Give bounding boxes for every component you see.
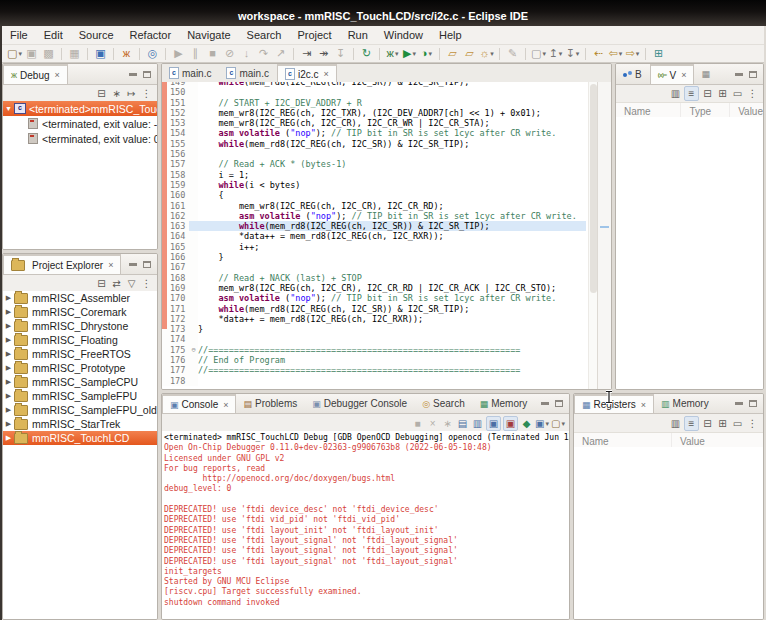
close-icon[interactable]: × <box>681 70 686 80</box>
code-line[interactable]: 166 } <box>162 252 586 262</box>
remove-all-terminated-icon[interactable]: ∗ <box>110 87 123 100</box>
show-type-names-icon[interactable]: ▥ <box>669 87 682 100</box>
filter-icon[interactable]: ▽ <box>125 277 138 290</box>
project-item-mmrisc_samplefpu_old[interactable]: ▶mmRISC_SampleFPU_old <box>3 403 157 417</box>
show-stderr-icon[interactable]: ▣ <box>503 416 518 431</box>
menu-run[interactable]: Run <box>340 28 376 42</box>
minimize-icon[interactable] <box>735 73 743 76</box>
code-line[interactable]: 172 *data++ = mem_rd8(I2C_REG(ch, I2C_RX… <box>162 314 586 324</box>
tab-expressions[interactable]: ▦ <box>694 64 718 84</box>
debug-launch-row[interactable]: ▼c<terminated>mmRISC_TouchLCD <box>3 101 157 116</box>
code-editor[interactable]: 149 while(mem_rd8(I2C_REG(ch, I2C_SR)) &… <box>162 82 611 389</box>
maximize-icon[interactable] <box>555 400 563 407</box>
view-menu-icon[interactable]: ⋮ <box>746 87 759 100</box>
editor-tab-main-c[interactable]: cmain.c <box>162 64 219 82</box>
code-line[interactable]: 150 <box>162 87 586 97</box>
tab-search[interactable]: ◎Search <box>415 394 473 413</box>
code-line[interactable]: 163 while(mem_rd8(I2C_REG(ch, I2C_SR)) &… <box>162 221 586 231</box>
code-line[interactable]: 153 mem_wr8(I2C_REG(ch, I2C_CR), I2C_CR_… <box>162 118 586 128</box>
open-perspective-icon[interactable]: ⊞ <box>651 46 666 61</box>
tab-variables[interactable]: (x)=V× <box>650 64 695 84</box>
code-line[interactable]: 161 mem_wr8(I2C_REG(ch, I2C_CR), I2C_CR_… <box>162 201 586 211</box>
code-line[interactable]: 176// End of Program <box>162 355 586 365</box>
minimize-icon[interactable] <box>129 263 137 266</box>
close-icon[interactable]: × <box>323 69 328 79</box>
maximize-icon[interactable] <box>143 71 151 78</box>
maximize-icon[interactable] <box>749 71 757 78</box>
code-line[interactable]: 167 <box>162 262 586 272</box>
tab-debugger-console[interactable]: ▣Debugger Console <box>305 394 415 413</box>
tab-console[interactable]: ▣Console× <box>162 394 236 413</box>
flashlight-search-icon[interactable]: ☼▾ <box>479 46 494 61</box>
collapse-all-icon[interactable]: ⊟ <box>701 87 714 100</box>
code-line[interactable]: 177//===================================… <box>162 365 586 375</box>
menu-file[interactable]: File <box>2 28 36 42</box>
project-item-mmrisc_floating[interactable]: ▶mmRISC_Floating <box>3 333 157 347</box>
menu-source[interactable]: Source <box>71 28 122 42</box>
code-line[interactable]: 156 <box>162 149 586 159</box>
last-edit-location-icon[interactable]: ⇠ <box>591 46 606 61</box>
project-item-mmrisc_samplecpu[interactable]: ▶mmRISC_SampleCPU <box>3 375 157 389</box>
code-line[interactable]: 159 while(i < bytes) <box>162 180 586 190</box>
prev-annotation-icon[interactable]: ↥▾ <box>548 46 563 61</box>
toggle-content-icon[interactable]: ≡ <box>684 416 699 431</box>
code-line[interactable]: 175⊖//==================================… <box>162 345 586 355</box>
close-icon[interactable]: × <box>641 400 646 410</box>
view-menu-icon[interactable]: ⋮ <box>140 277 153 290</box>
run-as-icon[interactable]: ▶▾ <box>402 46 417 61</box>
code-line[interactable]: 168 // Read + NACK (last) + STOP <box>162 273 586 283</box>
scroll-lock-icon[interactable]: ▥ <box>471 417 484 430</box>
restart-bug-icon[interactable]: ж <box>119 46 134 61</box>
code-line[interactable]: 160 { <box>162 190 586 200</box>
editor-tab-main-c[interactable]: cmain.c <box>219 64 276 82</box>
new-view-icon[interactable]: ⊞ <box>716 417 729 430</box>
project-item-mmrisc_prototype[interactable]: ▶mmRISC_Prototype <box>3 361 157 375</box>
code-line[interactable]: 169 mem_wr8(I2C_REG(ch, I2C_CR), I2C_CR_… <box>162 283 586 293</box>
project-item-mmrisc_freertos[interactable]: ▶mmRISC_FreeRTOS <box>3 347 157 361</box>
pin-console-icon[interactable]: ◆ <box>520 417 533 430</box>
pin-view-icon[interactable]: ▭ <box>731 87 744 100</box>
code-line[interactable]: 170 asm volatile ("nop"); // TIP bit in … <box>162 293 586 303</box>
code-line[interactable]: 173} <box>162 324 586 334</box>
view-menu-icon[interactable]: ⋮ <box>140 87 153 100</box>
view-menu-icon[interactable]: ⋮ <box>746 417 759 430</box>
open-element-icon[interactable]: ▱ <box>445 46 460 61</box>
close-icon[interactable]: × <box>55 70 60 80</box>
code-line[interactable]: 155 while(mem_rd8(I2C_REG(ch, I2C_SR)) &… <box>162 139 586 149</box>
code-line[interactable]: 165 i++; <box>162 242 586 252</box>
maximize-icon[interactable] <box>143 261 151 268</box>
maximize-icon[interactable] <box>749 400 757 407</box>
collapse-all-icon[interactable]: ⊟ <box>701 417 714 430</box>
show-columns-icon[interactable]: ▥ <box>669 417 682 430</box>
project-item-mmrisc_startrek[interactable]: ▶mmRISC_StarTrek <box>3 417 157 431</box>
back-icon[interactable]: ⇦▾ <box>608 46 623 61</box>
menu-search[interactable]: Search <box>239 28 290 42</box>
tab-project-explorer[interactable]: Project Explorer × <box>3 254 121 274</box>
show-full-paths-icon[interactable]: ↦ <box>125 87 138 100</box>
project-item-mmrisc_dhrystone[interactable]: ▶mmRISC_Dhrystone <box>3 319 157 333</box>
debug-as-icon[interactable]: ж▾ <box>385 46 400 61</box>
minimize-icon[interactable] <box>541 402 549 405</box>
tab-memory[interactable]: ▥Memory <box>654 394 717 413</box>
tab-registers[interactable]: ▦Registers× <box>574 394 654 413</box>
menu-navigate[interactable]: Navigate <box>179 28 238 42</box>
code-line[interactable]: 157 // Read + ACK * (bytes-1) <box>162 159 586 169</box>
display-console-icon[interactable]: ▣▾ <box>535 417 549 430</box>
tab-breakpoints[interactable]: B <box>616 64 650 84</box>
show-logical-structures-icon[interactable]: ≡ <box>684 86 699 101</box>
debug-process-row[interactable]: <terminated, exit value: 0>ris <box>3 131 157 146</box>
new-file-icon[interactable]: ▢▾ <box>531 46 546 61</box>
show-stdout-icon[interactable]: ▣ <box>486 416 501 431</box>
skip-breakpoints-icon[interactable]: ⇥ <box>299 46 314 61</box>
code-line[interactable]: 154 asm volatile ("nop"); // TIP bit in … <box>162 128 586 138</box>
code-line[interactable]: 158 i = 1; <box>162 170 586 180</box>
project-item-mmrisc_assembler[interactable]: ▶mmRISC_Assembler <box>3 291 157 305</box>
project-item-mmrisc_touchlcd[interactable]: ▶mmRISC_TouchLCD <box>3 431 157 445</box>
minimize-icon[interactable] <box>129 73 137 76</box>
debug-process-row[interactable]: <terminated, exit value: -1>op <box>3 116 157 131</box>
clear-console-icon[interactable]: ▤ <box>456 417 469 430</box>
code-line[interactable]: 174 <box>162 334 586 344</box>
registers-table[interactable] <box>574 447 763 619</box>
forward-icon[interactable]: ⇨▾ <box>625 46 640 61</box>
close-icon[interactable]: × <box>108 260 113 270</box>
